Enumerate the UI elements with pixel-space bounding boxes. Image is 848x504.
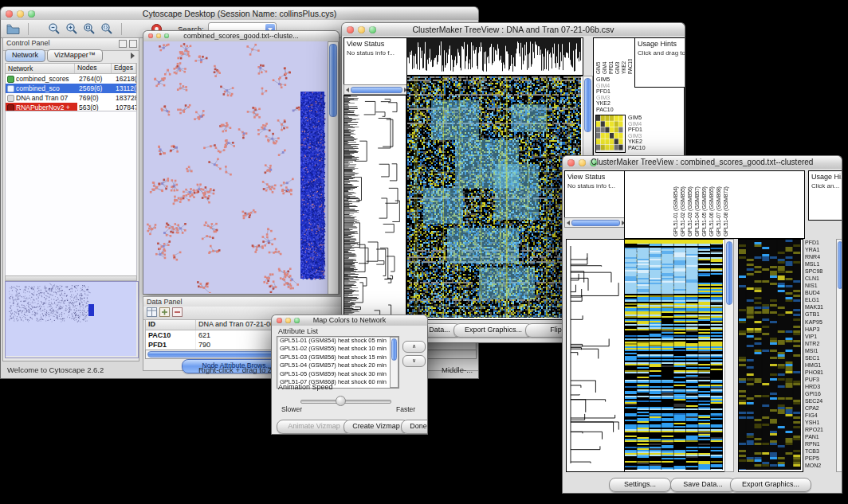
column-header-panel: GPL51-01 (GSM854)GPL51-02 (GSM855)GPL51-…: [624, 170, 805, 239]
minimize-button[interactable]: [156, 33, 161, 38]
save-data-button[interactable]: Save Data...: [670, 478, 736, 492]
close-button[interactable]: [148, 33, 153, 38]
close-button[interactable]: [347, 26, 354, 33]
network-vertical-scrollbar[interactable]: [328, 41, 339, 295]
gene-label: ELG1: [805, 296, 836, 303]
scrollbar-thumb[interactable]: [838, 241, 842, 289]
scrollbar-thumb[interactable]: [391, 338, 397, 361]
gene-label: PHO81: [805, 369, 836, 376]
row-dendrogram-panel: [344, 95, 406, 320]
attribute-item[interactable]: GPL51-05 (GSM859) heat shock 30 min: [277, 370, 391, 378]
settings-button[interactable]: Settings...: [609, 478, 671, 492]
mini-scrollbar[interactable]: [564, 217, 627, 228]
close-button[interactable]: [6, 10, 13, 18]
zoom-in-icon[interactable]: [64, 22, 79, 36]
heatmap-vscrollbar[interactable]: [724, 239, 734, 472]
table-row[interactable]: combined_scores 2764(0) 16218(0): [6, 74, 136, 84]
minimize-button[interactable]: [285, 318, 291, 323]
animation-speed-slider-track[interactable]: [300, 400, 391, 404]
cluster-gene-list: GIM5GIM4PFD1GIM3YKE2PAC10: [596, 76, 633, 113]
attribute-item[interactable]: GPL51-03 (GSM856) heat shock 15 min: [277, 354, 391, 361]
close-button[interactable]: [567, 159, 575, 166]
move-up-button[interactable]: ∧: [402, 341, 426, 353]
treeview-combined-body: View Status No status info t... GPL51-01…: [562, 169, 842, 494]
dialog-title: Map Colors to Network: [291, 316, 408, 324]
secondary-heatmap-canvas[interactable]: [739, 240, 801, 470]
scroll-left-icon[interactable]: [346, 88, 349, 92]
animation-speed-slider-thumb[interactable]: [336, 396, 346, 406]
zoom-selected-icon[interactable]: [99, 22, 114, 36]
gene-label: PEP5: [805, 455, 836, 462]
network-view-title: combined_scores_good.txt--cluste...: [163, 32, 320, 40]
mini-scrollbar[interactable]: [344, 84, 410, 95]
column-dendrogram-canvas[interactable]: [407, 38, 581, 73]
matrix-gene-label: YKE2: [628, 139, 665, 145]
export-graphics-button[interactable]: Export Graphics...: [730, 478, 811, 492]
usage-hints-box: Usage Hi... Click an...: [808, 170, 842, 221]
col-network[interactable]: Network: [6, 64, 75, 73]
birdseye-canvas[interactable]: [6, 282, 136, 356]
heatmap-canvas[interactable]: [625, 240, 723, 470]
gene-label: HAP3: [805, 326, 836, 333]
secondary-heatmap-panel: [738, 239, 803, 472]
gene-label: CPA2: [805, 404, 836, 412]
scrollbar-thumb[interactable]: [571, 220, 620, 226]
attribute-item[interactable]: GPL51-04 (GSM857) heat shock 20 min: [277, 361, 391, 369]
gene-label: FIG4: [805, 412, 836, 419]
cluster-gene-label: PFD1: [596, 88, 633, 95]
matrix-gene-label: GIM4: [628, 121, 665, 127]
animate-vizmap-button[interactable]: Animate Vizmap: [277, 420, 351, 434]
matrix-gene-label: PFD1: [628, 127, 665, 133]
export-graphics-button[interactable]: Export Graphics...: [453, 323, 533, 338]
col-edges[interactable]: Edges: [112, 64, 136, 73]
row-dendrogram-canvas[interactable]: [567, 240, 622, 470]
col-id[interactable]: ID: [146, 320, 196, 330]
attribute-items: GPL51-01 (GSM854) heat shock 05 minGPL51…: [277, 337, 391, 388]
desktop: Cytoscape Desktop (Session Name: collins…: [0, 0, 848, 504]
heatmap-canvas[interactable]: [407, 76, 581, 318]
gene-list-scrollbar[interactable]: [836, 239, 842, 472]
scrollbar-thumb[interactable]: [726, 241, 732, 305]
network-canvas[interactable]: [143, 41, 329, 293]
gene-label: HRD3: [805, 383, 836, 390]
close-button[interactable]: [277, 318, 282, 323]
table-row-selected[interactable]: combined_sco 2569(6) 13112(15): [6, 84, 136, 93]
correlation-matrix-canvas[interactable]: [596, 115, 623, 150]
tab-vizmapper[interactable]: VizMapper™: [47, 49, 103, 62]
select-attributes-icon[interactable]: [147, 306, 157, 320]
create-vizmap-button[interactable]: Create Vizmap: [344, 420, 409, 434]
zoom-fit-icon[interactable]: [81, 22, 96, 36]
attribute-item[interactable]: GPL51-01 (GSM854) heat shock 05 min: [277, 337, 391, 345]
done-button[interactable]: Done: [401, 420, 428, 434]
gene-label: KAP95: [805, 318, 836, 326]
network-tree-area[interactable]: [5, 111, 137, 277]
scroll-left-icon[interactable]: [567, 221, 570, 225]
open-session-icon[interactable]: [6, 22, 21, 36]
network-icon: [7, 76, 14, 83]
move-down-button[interactable]: ∨: [402, 355, 426, 367]
network-table-header[interactable]: Network Nodes Edges: [6, 64, 136, 74]
row-dendrogram-canvas[interactable]: [344, 96, 404, 318]
scrollbar-thumb[interactable]: [351, 87, 402, 93]
network-view-body: [143, 41, 340, 295]
tab-overflow-icon[interactable]: [131, 53, 135, 59]
table-row[interactable]: DNA and Tran 07 769(0) 183728(0): [6, 93, 136, 103]
gene-label: BUD4: [805, 289, 836, 296]
status-hint-right: Middle-...: [442, 365, 477, 374]
panel-splitter[interactable]: [5, 275, 137, 281]
col-nodes[interactable]: Nodes: [75, 64, 112, 73]
close-panel-icon[interactable]: [129, 40, 137, 48]
scrollbar-thumb[interactable]: [584, 78, 591, 132]
zoom-out-icon[interactable]: [46, 22, 61, 36]
gene-label: NIS1: [805, 282, 836, 289]
scrollbar-thumb[interactable]: [329, 44, 337, 117]
attribute-item[interactable]: GPL51-02 (GSM855) heat shock 10 min: [277, 345, 391, 353]
create-attribute-icon[interactable]: [159, 306, 170, 320]
column-label: GPL51-07 (GSM868): [716, 172, 723, 236]
heatmap-panel: [406, 76, 583, 320]
attribute-list-scrollbar[interactable]: [390, 337, 398, 388]
tab-network[interactable]: Network: [5, 49, 45, 62]
gene-label: HMG1: [805, 361, 836, 369]
float-panel-icon[interactable]: [119, 40, 127, 48]
delete-attribute-icon[interactable]: [172, 306, 183, 320]
